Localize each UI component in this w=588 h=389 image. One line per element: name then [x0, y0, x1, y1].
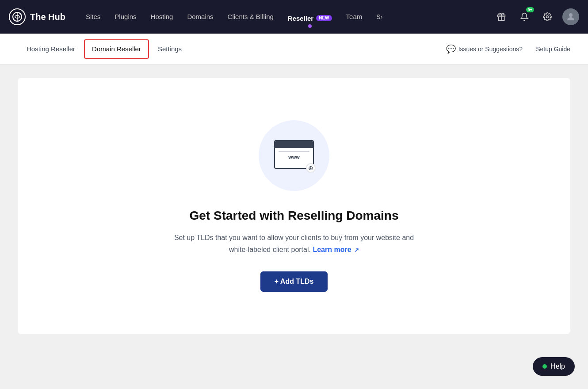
- nav-links: Sites Plugins Hosting Domains Clients & …: [79, 0, 493, 34]
- content-card: www ⊕ Get Started with Reselling Domains…: [18, 78, 570, 334]
- brand-name: The Hub: [30, 12, 65, 22]
- nav-link-more[interactable]: S›: [369, 0, 389, 34]
- page-title: Get Started with Reselling Domains: [190, 209, 399, 223]
- sub-nav-settings[interactable]: Settings: [149, 34, 191, 65]
- learn-more-link[interactable]: Learn more ↗: [313, 246, 359, 253]
- help-label: Help: [550, 362, 565, 370]
- issues-suggestions-link[interactable]: 💬 Issues or Suggestions?: [446, 44, 523, 54]
- domain-icon-wrapper: www ⊕: [259, 120, 329, 191]
- sub-nav-hosting-reseller[interactable]: Hosting Reseller: [18, 34, 84, 65]
- external-link-icon: ↗: [354, 245, 359, 255]
- nav-actions: 9+: [493, 8, 579, 25]
- nav-link-domains[interactable]: Domains: [180, 0, 220, 34]
- sub-nav: Hosting Reseller Domain Reseller Setting…: [0, 34, 588, 65]
- reseller-active-dot: [308, 24, 312, 28]
- svg-point-5: [569, 13, 573, 17]
- sub-nav-right: 💬 Issues or Suggestions? Setup Guide: [446, 44, 570, 54]
- gift-button[interactable]: [493, 9, 509, 25]
- domain-icon: www ⊕: [274, 140, 314, 171]
- svg-point-4: [546, 16, 549, 18]
- help-button[interactable]: Help: [533, 357, 575, 376]
- brand-logo[interactable]: The Hub: [9, 8, 65, 25]
- user-avatar[interactable]: [562, 8, 579, 25]
- sub-nav-domain-reseller[interactable]: Domain Reseller: [84, 39, 149, 59]
- nav-link-team[interactable]: Team: [339, 0, 370, 34]
- setup-guide-link[interactable]: Setup Guide: [536, 46, 570, 53]
- help-dot: [542, 364, 547, 369]
- reseller-new-badge: NEW: [316, 15, 332, 21]
- settings-button[interactable]: [539, 9, 555, 25]
- add-tlds-button[interactable]: + Add TLDs: [260, 271, 328, 292]
- plus-badge: ⊕: [306, 163, 316, 173]
- brand-icon: [9, 8, 26, 25]
- chat-icon: 💬: [446, 44, 456, 54]
- nav-link-hosting[interactable]: Hosting: [144, 0, 180, 34]
- nav-link-clients-billing[interactable]: Clients & Billing: [221, 0, 281, 34]
- nav-link-sites[interactable]: Sites: [79, 0, 107, 34]
- notifications-button[interactable]: 9+: [516, 9, 532, 25]
- nav-link-plugins[interactable]: Plugins: [107, 0, 143, 34]
- main-content: www ⊕ Get Started with Reselling Domains…: [0, 65, 588, 347]
- notification-count: 9+: [526, 7, 534, 12]
- navbar: The Hub Sites Plugins Hosting Domains Cl…: [0, 0, 588, 34]
- nav-link-reseller[interactable]: Reseller NEW: [281, 6, 339, 28]
- sub-nav-links: Hosting Reseller Domain Reseller Setting…: [18, 34, 446, 65]
- page-description: Set up TLDs that you want to allow your …: [174, 232, 414, 256]
